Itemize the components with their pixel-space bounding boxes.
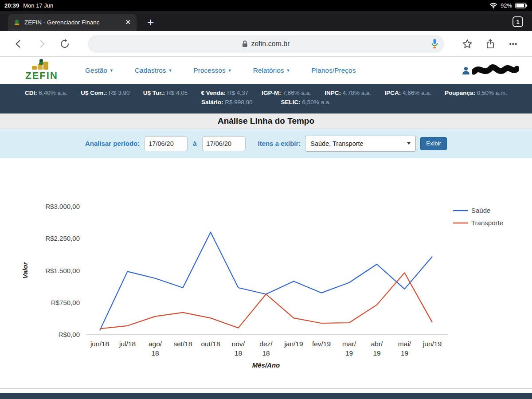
svg-text:mar/19: mar/19 bbox=[342, 340, 356, 357]
svg-text:R$0,00: R$0,00 bbox=[59, 331, 80, 338]
zefin-favicon bbox=[13, 19, 20, 26]
svg-text:jul/18: jul/18 bbox=[119, 340, 136, 348]
tab-strip: ZEFIN - Gerenciador Financ ✕ + 1 bbox=[0, 11, 532, 31]
svg-text:R$2.250,00: R$2.250,00 bbox=[45, 235, 80, 242]
svg-text:Transporte: Transporte bbox=[471, 219, 503, 227]
screen: 20:39 Mon 17 Jun 92% ZEFIN - bbox=[0, 0, 532, 399]
wifi-icon bbox=[489, 3, 497, 8]
indicator-inpc: INPC: 4,78% a.a. bbox=[325, 90, 371, 96]
svg-text:jan/19: jan/19 bbox=[284, 340, 303, 348]
lock-icon bbox=[242, 40, 248, 47]
filter-bar: Analisar período: à Itens a exibir: Saúd… bbox=[0, 129, 532, 158]
chevron-down-icon: ▼ bbox=[286, 68, 290, 73]
svg-text:mai/19: mai/19 bbox=[398, 340, 411, 357]
indicator-salario: Salário: R$ 998,00 bbox=[201, 99, 253, 106]
indicator-euro: € Venda: R$ 4,37 bbox=[201, 90, 248, 96]
menu-dots: ••• bbox=[509, 40, 518, 47]
svg-text:ZEFIN: ZEFIN bbox=[25, 70, 58, 81]
back-button[interactable] bbox=[7, 34, 30, 54]
svg-text:Saúde: Saúde bbox=[471, 207, 490, 214]
indicator-row-1: CDI: 6,40% a.a. U$ Com.: R$ 3,90 U$ Tur.… bbox=[0, 90, 532, 96]
svg-text:dez/18: dez/18 bbox=[259, 340, 273, 357]
browser-toolbar: zefin.com.br ••• bbox=[0, 31, 532, 57]
svg-text:abr/19: abr/19 bbox=[371, 340, 383, 357]
nav-item-processos[interactable]: Processos▼ bbox=[193, 66, 231, 74]
nav-item-planos-precos[interactable]: Planos/Preços bbox=[311, 66, 356, 74]
bookmark-button[interactable] bbox=[456, 34, 479, 54]
svg-text:Mês/Ano: Mês/Ano bbox=[252, 361, 280, 369]
indicator-poupanca: Poupança: 0,50% a.m. bbox=[445, 90, 507, 96]
indicator-dolar-comercial: U$ Com.: R$ 3,90 bbox=[81, 90, 129, 96]
svg-text:R$1.500,00: R$1.500,00 bbox=[45, 267, 80, 274]
svg-text:out/18: out/18 bbox=[201, 340, 220, 348]
indicator-bar: CDI: 6,40% a.a. U$ Com.: R$ 3,90 U$ Tur.… bbox=[0, 84, 532, 113]
status-bar: 20:39 Mon 17 Jun 92% bbox=[0, 0, 532, 11]
clock: 20:39 bbox=[4, 2, 19, 9]
svg-text:fev/19: fev/19 bbox=[312, 340, 331, 348]
battery-percent: 92% bbox=[501, 2, 512, 9]
timeline-chart: R$0,00R$750,00R$1.500,00R$2.250,00R$3.00… bbox=[0, 158, 532, 389]
share-button[interactable] bbox=[479, 34, 502, 54]
footer-bar bbox=[0, 393, 532, 399]
tab-title: ZEFIN - Gerenciador Financ bbox=[24, 19, 121, 26]
page-title: Análise Linha do Tempo bbox=[218, 116, 314, 126]
svg-text:R$3.000,00: R$3.000,00 bbox=[45, 203, 80, 210]
indicator-row-2: Salário: R$ 998,00 SELIC: 6,50% a.a. bbox=[0, 99, 532, 106]
indicator-igpm: IGP-M: 7,66% a.a. bbox=[262, 90, 311, 96]
redacted-username-scribble bbox=[472, 63, 519, 78]
mic-icon[interactable] bbox=[431, 39, 438, 49]
items-select-value: Saúde, Transporte bbox=[310, 140, 363, 147]
date: Mon 17 Jun bbox=[23, 2, 53, 9]
nav-item-relatorios[interactable]: Relatórios▼ bbox=[253, 66, 290, 74]
date-from-input[interactable] bbox=[144, 136, 188, 151]
svg-text:R$750,00: R$750,00 bbox=[51, 299, 80, 306]
period-separator: à bbox=[193, 140, 196, 147]
period-label: Analisar período: bbox=[85, 140, 140, 147]
items-select[interactable]: Saúde, Transporte bbox=[305, 136, 416, 152]
svg-text:jun/18: jun/18 bbox=[90, 340, 109, 348]
svg-text:ago/18: ago/18 bbox=[149, 340, 162, 357]
title-bar: Análise Linha do Tempo bbox=[0, 113, 532, 129]
chevron-down-icon bbox=[407, 142, 411, 145]
main-nav: Gestão▼ Cadastros▼ Processos▼ Relatórios… bbox=[85, 66, 356, 74]
indicator-dolar-turismo: U$ Tur.: R$ 4,05 bbox=[143, 90, 188, 96]
menu-button[interactable]: ••• bbox=[502, 34, 525, 54]
svg-text:set/18: set/18 bbox=[173, 340, 192, 348]
user-area[interactable] bbox=[462, 63, 519, 78]
indicator-ipca: IPCA: 4,66% a.a. bbox=[385, 90, 431, 96]
url-text: zefin.com.br bbox=[251, 40, 289, 48]
close-icon[interactable]: ✕ bbox=[125, 19, 131, 26]
date-to-input[interactable] bbox=[202, 136, 246, 151]
zefin-logo[interactable]: ZEFIN bbox=[17, 58, 66, 83]
chevron-down-icon: ▼ bbox=[168, 68, 172, 73]
tab-counter-button[interactable]: 1 bbox=[512, 16, 523, 27]
footer-gap bbox=[0, 389, 532, 393]
items-label: Itens a exibir: bbox=[258, 140, 301, 147]
indicator-cdi: CDI: 6,40% a.a. bbox=[25, 90, 67, 96]
chevron-down-icon: ▼ bbox=[228, 68, 232, 73]
reload-button[interactable] bbox=[53, 34, 76, 54]
user-icon bbox=[462, 66, 470, 75]
forward-button[interactable] bbox=[30, 34, 53, 54]
site-header: ZEFIN Gestão▼ Cadastros▼ Processos▼ Rela… bbox=[0, 57, 532, 84]
exibir-button[interactable]: Exibir bbox=[420, 137, 447, 150]
chevron-down-icon: ▼ bbox=[110, 68, 113, 73]
svg-text:jun/19: jun/19 bbox=[422, 340, 442, 348]
nav-item-gestao[interactable]: Gestão▼ bbox=[85, 66, 113, 74]
svg-text:nov/18: nov/18 bbox=[232, 340, 245, 357]
indicator-selic: SELIC: 6,50% a.a. bbox=[281, 99, 331, 106]
new-tab-button[interactable]: + bbox=[147, 16, 154, 28]
nav-item-cadastros[interactable]: Cadastros▼ bbox=[135, 66, 172, 74]
chart-section: R$0,00R$750,00R$1.500,00R$2.250,00R$3.00… bbox=[0, 158, 532, 389]
browser-tab[interactable]: ZEFIN - Gerenciador Financ ✕ bbox=[8, 14, 137, 31]
battery-icon bbox=[515, 3, 528, 8]
svg-text:Valor: Valor bbox=[21, 262, 29, 278]
address-bar[interactable]: zefin.com.br bbox=[88, 35, 444, 53]
